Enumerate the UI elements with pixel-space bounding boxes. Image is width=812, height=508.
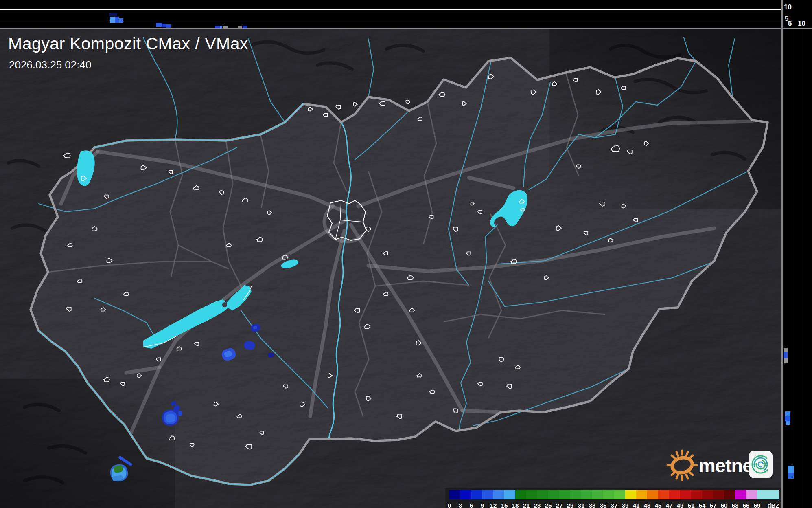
legend-segment <box>493 490 504 499</box>
legend-unit-label: dBZ <box>767 502 779 508</box>
legend-segment <box>559 490 570 499</box>
legend-segment <box>724 490 735 499</box>
legend-segment <box>625 490 636 499</box>
legend-tick-label: 3 <box>459 502 462 508</box>
legend-segment <box>471 490 482 499</box>
tihany-peninsula <box>222 302 227 307</box>
legend-tick-label: 12 <box>490 502 497 508</box>
legend-segment <box>746 490 757 499</box>
legend-tick-label: 25 <box>545 502 552 508</box>
profile-gridline-10km <box>803 29 803 508</box>
legend-tick-label: 9 <box>481 502 484 508</box>
legend-segment <box>460 490 471 499</box>
legend-segment <box>680 490 691 499</box>
legend-segment <box>647 490 658 499</box>
legend-tick-label: 6 <box>470 502 473 508</box>
radar-echo <box>268 353 274 357</box>
right-profile-panel <box>783 0 812 508</box>
legend-tick-label: 35 <box>600 502 607 508</box>
legend-segment <box>504 490 515 499</box>
legend-tick-label: 51 <box>688 502 695 508</box>
legend-tick-label: 60 <box>721 502 728 508</box>
legend-tick-label: 0 <box>448 502 451 508</box>
legend-segment <box>570 490 581 499</box>
legend-tick-label: 21 <box>523 502 530 508</box>
legend-tick-label: 69 <box>754 502 761 508</box>
legend-tick-label: 47 <box>666 502 673 508</box>
radar-echo <box>178 411 182 416</box>
legend-tick-label: 18 <box>512 502 519 508</box>
legend-segment <box>548 490 559 499</box>
axis-label-vertical: 10 <box>784 3 792 11</box>
legend-tick-label: 23 <box>534 502 541 508</box>
legend-segment <box>526 490 537 499</box>
legend-tick-label: 33 <box>589 502 596 508</box>
legend-segment <box>702 490 713 499</box>
dbz-color-bar: 0369121518212325272931333537394143454749… <box>449 490 779 499</box>
radar-page: { "header": { "title": "Magyar Kompozit … <box>0 0 812 508</box>
legend-tick-label: 66 <box>743 502 750 508</box>
legend-tick-label: 54 <box>699 502 706 508</box>
top-profile-panel <box>0 0 781 29</box>
dbz-legend-panel: 0369121518212325272931333537394143454749… <box>445 488 781 508</box>
legend-segment <box>515 490 526 499</box>
legend-segment <box>614 490 625 499</box>
axis-label-horizontal: 10 <box>798 20 805 28</box>
legend-tick-label: 41 <box>633 502 640 508</box>
sun-icon <box>668 451 697 480</box>
profile-gridline-5km <box>0 20 781 20</box>
legend-segment <box>482 490 493 499</box>
legend-segment <box>713 490 724 499</box>
profile-gridline-10km <box>0 9 781 10</box>
profile-gridline-5km <box>792 29 792 508</box>
legend-segment <box>735 490 746 499</box>
legend-segment <box>449 490 460 499</box>
legend-segment <box>592 490 603 499</box>
legend-tick-label: 49 <box>677 502 684 508</box>
legend-tick-label: 31 <box>578 502 585 508</box>
legend-tick-label: 15 <box>501 502 508 508</box>
radar-map-canvas <box>0 29 781 508</box>
legend-segment <box>636 490 647 499</box>
legend-segment <box>691 490 702 499</box>
legend-tick-label: 43 <box>644 502 651 508</box>
legend-segment <box>581 490 592 499</box>
legend-tick-label: 57 <box>710 502 717 508</box>
legend-segment <box>669 490 680 499</box>
map-top-border <box>0 28 812 29</box>
legend-tick-label: 63 <box>732 502 739 508</box>
timestamp: 2026.03.25 02:40 <box>9 59 91 71</box>
metnet-logo[interactable]: metnet <box>663 445 785 486</box>
axis-label-horizontal: 5 <box>788 20 792 28</box>
legend-segment <box>537 490 548 499</box>
legend-segment <box>603 490 614 499</box>
legend-tick-label: 29 <box>567 502 574 508</box>
page-title: Magyar Kompozit CMax / VMax <box>8 34 248 53</box>
legend-segment <box>757 490 779 499</box>
spiral-app-icon <box>749 451 773 478</box>
legend-tick-label: 45 <box>655 502 662 508</box>
legend-tick-label: 39 <box>622 502 629 508</box>
legend-segment <box>658 490 669 499</box>
legend-tick-label: 27 <box>556 502 563 508</box>
map-right-border <box>781 0 783 508</box>
legend-tick-label: 37 <box>611 502 618 508</box>
